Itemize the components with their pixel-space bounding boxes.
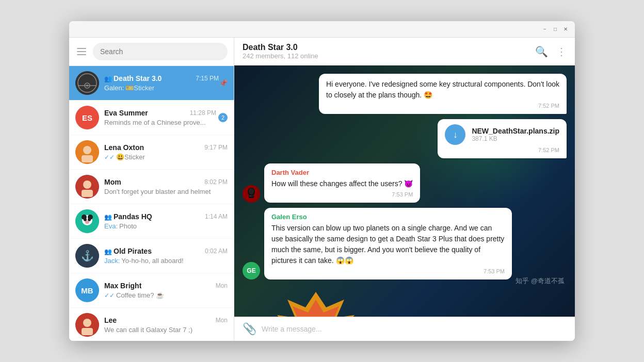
svg-point-21 (83, 319, 91, 327)
chat-time: 8:02 PM (204, 178, 228, 186)
chat-time: Mon (216, 317, 228, 324)
download-button[interactable]: ↓ (445, 124, 465, 145)
search-icon[interactable]: 🔍 (535, 45, 548, 58)
chat-item-lee[interactable]: LeeMonWe can call it Galaxy Star 7 ;) (69, 308, 234, 341)
chat-content: Mom8:02 PMDon't forget your blaster and … (104, 178, 228, 195)
message-text: This version can blow up two planets on … (271, 223, 505, 266)
chat-title: Death Star 3.0 (243, 43, 318, 52)
avatar: MB (75, 278, 99, 302)
message-bubble: Darth Vader How will these changes affec… (264, 163, 420, 203)
menu-icon[interactable] (75, 45, 88, 58)
chat-item-lena-oxton[interactable]: Lena Oxton9:17 PM✓✓😃 Sticker (69, 135, 234, 170)
preview-text: We can call it Galaxy Star 7 ;) (104, 326, 192, 334)
chat-content: LeeMonWe can call it Galaxy Star 7 ;) (104, 316, 228, 334)
chat-time: 7:15 PM (196, 75, 219, 82)
titlebar: − □ ✕ (69, 21, 575, 38)
preview-sender: Eva: (104, 222, 118, 230)
chat-name: 👥Death Star 3.0 (104, 74, 162, 83)
sidebar-header (69, 38, 234, 66)
chat-preview: ✓✓😃 Sticker (104, 153, 228, 161)
sticker-image (264, 287, 367, 317)
pin-icon: 📌 (219, 79, 228, 87)
file-info: NEW_DeathStar.plans.zip 387.1 KB (472, 127, 559, 142)
svg-point-4 (86, 85, 88, 87)
svg-rect-7 (82, 155, 93, 162)
chat-header-info: Death Star 3.0 242 members, 112 online (243, 43, 318, 60)
svg-point-28 (249, 188, 254, 194)
svg-text:⚓: ⚓ (81, 250, 94, 262)
preview-text: Sticker (134, 84, 154, 92)
sticker-area: GE (243, 287, 567, 317)
preview-text: Don't forget your blaster and helmet (104, 188, 211, 195)
preview-text: Coffee time? ☕ (116, 291, 164, 299)
chat-content: 👥Pandas HQ1:14 AMEva: Photo (104, 212, 228, 230)
svg-rect-10 (82, 190, 93, 197)
chat-name: 👥Old Pirates (104, 247, 152, 255)
sender-avatar: GE (243, 262, 260, 279)
chat-time: Mon (216, 282, 228, 289)
minimize-button[interactable]: − (542, 26, 548, 32)
chat-preview: Reminds me of a Chinese prove... (104, 119, 216, 126)
svg-point-9 (83, 180, 91, 189)
preview-sender: Jack: (104, 257, 120, 265)
preview-sender: Galen: (104, 84, 124, 92)
chat-item-pandas-hq[interactable]: 👥Pandas HQ1:14 AMEva: Photo (69, 204, 234, 239)
attach-icon[interactable]: 📎 (243, 322, 256, 336)
chat-content: 👥Old Pirates0:02 AMJack: Yo-ho-ho, all a… (104, 247, 228, 265)
chat-header: Death Star 3.0 242 members, 112 online 🔍… (234, 38, 575, 65)
svg-rect-31 (251, 195, 253, 196)
sender-avatar (243, 185, 260, 203)
chat-content: Max BrightMon✓✓Coffee time? ☕ (104, 282, 228, 299)
search-input[interactable] (93, 43, 228, 60)
chat-content: Lena Oxton9:17 PM✓✓😃 Sticker (104, 143, 228, 161)
preview-text: Photo (119, 222, 137, 230)
chat-time: 11:28 PM (190, 109, 216, 117)
svg-rect-30 (249, 195, 251, 196)
message-time: 7:53 PM (271, 191, 413, 198)
chat-item-max-bright[interactable]: MBMax BrightMon✓✓Coffee time? ☕ (69, 273, 234, 308)
chat-preview: Galen: 🎫 Sticker (104, 84, 219, 92)
message-input[interactable] (262, 325, 567, 333)
close-button[interactable]: ✕ (562, 26, 569, 32)
chat-name: Max Bright (104, 282, 141, 290)
preview-text: Sticker (124, 153, 145, 161)
svg-point-6 (83, 146, 91, 154)
chat-item-old-pirates[interactable]: ⚓ 👥Old Pirates0:02 AMJack: Yo-ho-ho, all… (69, 239, 234, 273)
chat-content: Eva Summer11:28 PMReminds me of a Chines… (104, 109, 216, 126)
message-with-avatar: GE Galen Erso This version can blow up t… (243, 208, 567, 279)
maximize-button[interactable]: □ (552, 26, 558, 32)
chat-preview: Eva: Photo (104, 222, 228, 230)
avatar (75, 313, 99, 337)
message-text: Hi everyone. I've redesigned some key st… (326, 79, 559, 101)
svg-rect-22 (82, 328, 93, 335)
message-time: 7:52 PM (326, 103, 559, 109)
message-time: 7:52 PM (445, 147, 559, 153)
chat-preview: Don't forget your blaster and helmet (104, 188, 228, 195)
message-bubble: Galen Erso This version can blow up two … (264, 208, 512, 279)
avatar (75, 175, 99, 199)
avatar: ES (75, 106, 99, 129)
sidebar: 👥Death Star 3.07:15 PMGalen: 🎫 Sticker📌E… (69, 38, 234, 341)
more-icon[interactable]: ⋮ (556, 45, 567, 58)
sender-name: Darth Vader (271, 169, 413, 176)
chat-name: 👥Pandas HQ (104, 212, 152, 221)
chat-item-mom[interactable]: Mom8:02 PMDon't forget your blaster and … (69, 170, 234, 204)
chat-header-actions: 🔍 ⋮ (535, 45, 567, 58)
preview-text: Yo-ho-ho, all aboard! (121, 257, 183, 265)
chat-preview: We can call it Galaxy Star 7 ;) (104, 326, 228, 334)
file-name: NEW_DeathStar.plans.zip (472, 127, 559, 135)
chat-subtitle: 242 members, 112 online (243, 52, 318, 60)
chat-item-eva-summer[interactable]: ESEva Summer11:28 PMReminds me of a Chin… (69, 101, 234, 135)
chat-time: 0:02 AM (205, 248, 228, 255)
chat-item-death-star[interactable]: 👥Death Star 3.07:15 PMGalen: 🎫 Sticker📌 (69, 66, 234, 101)
chat-main: Death Star 3.0 242 members, 112 online 🔍… (234, 38, 575, 341)
app-body: 👥Death Star 3.07:15 PMGalen: 🎫 Sticker📌E… (69, 38, 575, 341)
message-with-avatar: Darth Vader How will these changes affec… (243, 163, 567, 203)
chat-name: Lena Oxton (104, 143, 144, 152)
avatar: ⚓ (75, 244, 99, 268)
chat-time: 9:17 PM (204, 144, 228, 151)
sender-name: Galen Erso (271, 213, 505, 221)
preview-emoji: 😃 (116, 153, 124, 161)
unread-badge: 2 (218, 113, 228, 122)
chat-preview: ✓✓Coffee time? ☕ (104, 291, 228, 299)
